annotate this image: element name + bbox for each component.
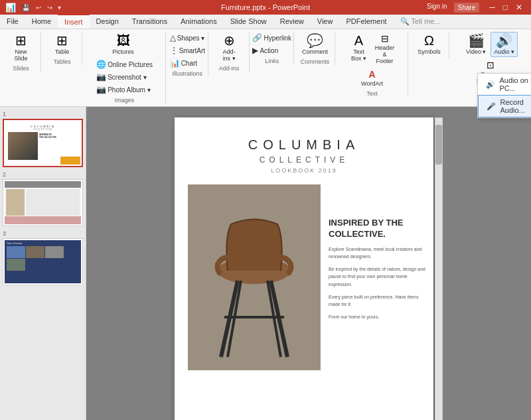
slide-text-area: INSPIRED BY THE COLLECTIVE. Explore Scan…: [321, 184, 433, 370]
hyperlink-btn[interactable]: 🔗 Hyperlink: [250, 32, 294, 44]
tab-transitions[interactable]: Transitions: [125, 15, 174, 29]
action-btn[interactable]: ▶ Action: [250, 44, 294, 56]
redo-qa-btn[interactable]: ↪: [45, 4, 54, 11]
app-icon: 📊: [5, 3, 16, 13]
comment-btn[interactable]: 💬 Comment: [299, 32, 331, 57]
group-comments-label: Comments: [301, 58, 330, 65]
table-btn[interactable]: ⊞ Table: [50, 32, 74, 57]
slide-canvas[interactable]: COLUMBIA COLLECTIVE LOOKBOOK 2019: [175, 117, 433, 420]
group-links: 🔗 Hyperlink ▶ Action Links: [251, 32, 294, 64]
tab-view[interactable]: View: [311, 15, 340, 29]
customize-qa-btn[interactable]: ▾: [56, 4, 63, 11]
shapes-btn[interactable]: △ Shapes ▾: [167, 32, 208, 44]
group-images-label: Images: [115, 97, 135, 104]
chair-image: [188, 184, 321, 370]
slide-thumbnail-1[interactable]: 1 COLUMBIA COLLECTIVE INSPIRED BY THE CO…: [3, 111, 83, 167]
tab-slideshow[interactable]: Slide Show: [224, 15, 273, 29]
group-links-label: Links: [265, 58, 279, 64]
undo-qa-btn[interactable]: ↩: [34, 4, 43, 11]
audio-btn-container: 🔊 Audio ▾ 🔊 Audio on My PC... 🎤 Record A…: [491, 32, 518, 57]
window-title: Furniture.pptx - PowerPoint: [221, 3, 310, 11]
group-illustrations-label: Illustrations: [173, 70, 203, 77]
ribbon-content: ⊞ NewSlide Slides ⊞ Table Tables 🖼 Pictu…: [0, 29, 531, 106]
maximize-btn[interactable]: □: [500, 3, 511, 13]
inspired-text: INSPIRED BY THE COLLECTIVE.: [329, 218, 425, 240]
quick-access-bar: 💾 ↩ ↪ ▾: [20, 4, 63, 11]
slide-subtitle: COLLECTIVE: [175, 155, 433, 165]
group-slides: ⊞ NewSlide Slides: [1, 32, 41, 72]
minimize-btn[interactable]: ─: [486, 3, 498, 13]
group-tables-label: Tables: [53, 58, 70, 65]
header-footer-btn[interactable]: ⊟ Header& Footer: [372, 32, 398, 66]
pictures-btn[interactable]: 🖼 Pictures: [109, 32, 137, 57]
addins-btn[interactable]: ⊕ Add-ins ▾: [217, 32, 241, 64]
group-tables: ⊞ Table Tables: [42, 32, 82, 65]
ribbon: ⊞ NewSlide Slides ⊞ Table Tables 🖼 Pictu…: [0, 29, 531, 107]
title-bar-left: 📊 💾 ↩ ↪ ▾: [5, 3, 63, 13]
audio-btn[interactable]: 🔊 Audio ▾: [491, 32, 518, 57]
slide-thumbnail-2[interactable]: 2: [3, 171, 83, 226]
slide-thumbnail-3[interactable]: 3 Table of Contents: [3, 230, 83, 285]
slide-image-area: INSPIRED BY THE COLLECTIVE. Explore Scan…: [175, 184, 433, 370]
group-illustrations: △ Shapes ▾ ⋮ SmartArt 📊 Chart Illustrati…: [167, 32, 208, 77]
photo-album-btn[interactable]: 📷 Photo Album ▾: [94, 84, 155, 96]
screenshot-btn[interactable]: 📷 Screenshot ▾: [94, 71, 155, 83]
title-bar: 📊 💾 ↩ ↪ ▾ Furniture.pptx - PowerPoint Si…: [0, 0, 531, 15]
body-text-2: Be inspired by the details of nature, de…: [329, 265, 425, 288]
body-text-3: Every piece built on preference. Have it…: [329, 293, 425, 308]
share-btn[interactable]: Share: [454, 3, 480, 13]
tab-home[interactable]: Home: [25, 15, 58, 29]
vertical-scrollbar[interactable]: [435, 117, 443, 420]
group-symbols: Ω Symbols: [410, 32, 449, 58]
slide-canvas-area: COLUMBIA COLLECTIVE LOOKBOOK 2019: [86, 107, 531, 420]
save-qa-btn[interactable]: 💾: [20, 4, 32, 11]
tab-file[interactable]: File: [0, 15, 25, 29]
body-text-4: From our home to yours.: [329, 313, 425, 320]
slide-title: COLUMBIA: [175, 137, 433, 153]
group-images: 🖼 Pictures 🌐 Online Pictures 📷 Screensho…: [84, 32, 166, 104]
online-pictures-btn[interactable]: 🌐 Online Pictures: [94, 58, 155, 70]
group-media: 🎬 Video ▾ 🔊 Audio ▾ 🔊 Audio on My PC...: [451, 32, 530, 94]
wordart-btn[interactable]: A WordArt: [358, 68, 386, 89]
video-btn[interactable]: 🎬 Video ▾: [463, 32, 489, 57]
symbols-btn[interactable]: Ω Symbols: [414, 32, 444, 57]
tab-review[interactable]: Review: [273, 15, 311, 29]
group-text: A TextBox ▾ ⊟ Header& Footer A WordArt T…: [337, 32, 408, 97]
scroll-thumb[interactable]: [435, 125, 442, 165]
textbox-btn[interactable]: A TextBox ▾: [347, 32, 371, 64]
new-slide-btn[interactable]: ⊞ NewSlide: [9, 32, 33, 64]
group-addins: ⊕ Add-ins ▾ Add-ins: [210, 32, 250, 72]
record-audio-item[interactable]: 🎤 Record Audio...: [478, 95, 531, 117]
group-addins-label: Add-ins: [219, 65, 240, 72]
slide-panel: 1 COLUMBIA COLLECTIVE INSPIRED BY THE CO…: [0, 107, 86, 420]
body-text-1: Explore Scandinavia, meet local creators…: [329, 245, 425, 260]
close-btn[interactable]: ✕: [512, 3, 526, 13]
audio-on-pc-item[interactable]: 🔊 Audio on My PC...: [478, 74, 531, 95]
signin-btn[interactable]: Sign in: [427, 3, 447, 13]
chart-btn[interactable]: 📊 Chart: [167, 57, 208, 69]
tab-animations[interactable]: Animations: [174, 15, 223, 29]
group-text-label: Text: [366, 90, 378, 97]
main-layout: 1 COLUMBIA COLLECTIVE INSPIRED BY THE CO…: [0, 107, 531, 420]
mic-icon: 🎤: [487, 102, 496, 111]
slide-year: LOOKBOOK 2019: [175, 167, 433, 174]
ribbon-tabs: File Home Insert Design Transitions Anim…: [0, 15, 531, 29]
tab-pdfelement[interactable]: PDFelement: [339, 15, 393, 29]
slide-header: COLUMBIA COLLECTIVE LOOKBOOK 2019: [175, 117, 433, 174]
speaker-icon: 🔊: [486, 80, 495, 89]
tab-design[interactable]: Design: [90, 15, 125, 29]
group-comments: 💬 Comment Comments: [295, 32, 335, 65]
tab-insert[interactable]: Insert: [58, 14, 90, 29]
tab-tellme[interactable]: 🔍 Tell me...: [394, 15, 447, 29]
group-slides-label: Slides: [13, 65, 29, 72]
audio-dropdown: 🔊 Audio on My PC... 🎤 Record Audio...: [477, 73, 531, 118]
window-controls[interactable]: Sign in Share ─ □ ✕: [427, 3, 526, 13]
smartart-btn[interactable]: ⋮ SmartArt: [167, 44, 208, 56]
